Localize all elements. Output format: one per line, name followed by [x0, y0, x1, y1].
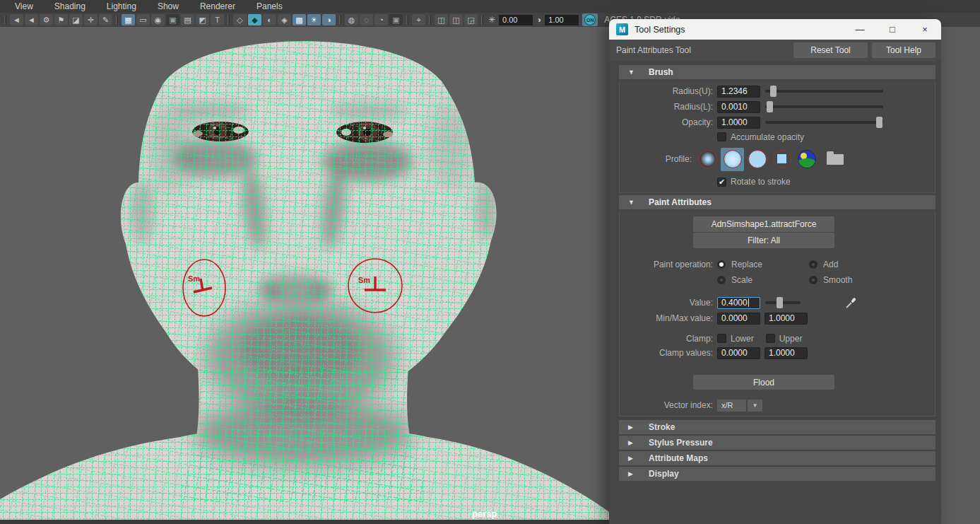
- opacity-field[interactable]: 1.0000: [717, 117, 760, 129]
- paste-icon[interactable]: ◫: [449, 14, 463, 25]
- section-header-stroke[interactable]: ▶ Stroke: [619, 420, 935, 434]
- section-header-attribute-maps[interactable]: ▶ Attribute Maps: [619, 451, 935, 465]
- paint-attribute-button[interactable]: AdnSimshape1.attractForce: [693, 216, 834, 232]
- section-header-brush[interactable]: ▼ Brush: [619, 65, 935, 79]
- camera-icon[interactable]: ◄: [10, 14, 23, 25]
- paint-attributes-section: AdnSimshape1.attractForce Filter: All Pa…: [619, 211, 935, 417]
- menu-panels[interactable]: Panels: [247, 1, 292, 13]
- lock-camera-icon[interactable]: ◄: [25, 14, 38, 25]
- grid-icon[interactable]: ▦: [122, 14, 135, 25]
- wireframe-on-shaded-icon[interactable]: ◐: [263, 14, 276, 25]
- image-plane-icon[interactable]: ◪: [69, 14, 83, 25]
- lighting-icon[interactable]: ☀: [307, 14, 321, 25]
- reset-tool-button[interactable]: Reset Tool: [793, 42, 868, 58]
- collapse-arrow-icon: ▼: [628, 199, 649, 206]
- radius-l-slider[interactable]: [765, 105, 883, 108]
- safe-title-icon[interactable]: T: [211, 14, 224, 25]
- isolate-select-icon[interactable]: ▣: [389, 14, 403, 25]
- radio-icon: [717, 276, 726, 284]
- multisample-icon[interactable]: ◔: [374, 14, 388, 25]
- radius-u-field[interactable]: 1.2346: [717, 86, 760, 98]
- clamp-max-field[interactable]: 1.0000: [764, 347, 808, 359]
- contrast-icon[interactable]: ◑: [536, 15, 541, 25]
- menu-view[interactable]: View: [6, 1, 42, 13]
- panel-menubar: View Shading Lighting Show Renderer Pane…: [0, 0, 980, 13]
- value-slider[interactable]: [765, 301, 801, 304]
- pan-zoom-icon[interactable]: ✛: [84, 14, 98, 25]
- bookmark-icon[interactable]: ⚑: [54, 14, 68, 25]
- minmax-value-row: Min/Max value: 0.0000 1.0000: [620, 310, 935, 326]
- grease-pencil-icon[interactable]: ✎: [99, 14, 112, 25]
- expand-arrow-icon: ▶: [628, 424, 649, 431]
- soft-profile-icon[interactable]: [721, 148, 744, 171]
- tool-help-button[interactable]: Tool Help: [872, 42, 935, 58]
- section-header-display[interactable]: ▶ Display: [619, 467, 935, 481]
- textured-icon[interactable]: ◈: [278, 14, 291, 25]
- exposure-field[interactable]: 0.00: [499, 15, 533, 25]
- accumulate-opacity-row: Accumulate opacity: [620, 130, 935, 144]
- max-value-field[interactable]: 1.0000: [764, 313, 808, 325]
- window-titlebar[interactable]: M Tool Settings — □ ×: [609, 19, 941, 40]
- rotate-to-stroke-checkbox[interactable]: ✔: [717, 177, 726, 187]
- background-panel-strip: [941, 21, 980, 524]
- minimize-icon[interactable]: —: [844, 19, 876, 40]
- browse-profile-folder-icon[interactable]: [827, 154, 844, 165]
- viewport-bottom-edge: [0, 520, 613, 524]
- film-gate-icon[interactable]: ▭: [136, 14, 150, 25]
- field-chart-icon[interactable]: ▤: [181, 14, 194, 25]
- section-header-stylus-pressure[interactable]: ▶ Stylus Pressure: [619, 436, 935, 450]
- wireframe-icon[interactable]: ◇: [233, 14, 247, 25]
- vector-index-dropdown[interactable]: x/R ▼: [717, 400, 762, 412]
- exposure-icon[interactable]: ✳: [488, 15, 495, 25]
- menu-show[interactable]: Show: [148, 1, 188, 13]
- close-icon[interactable]: ×: [909, 19, 941, 40]
- expand-arrow-icon: ▶: [628, 470, 649, 477]
- menu-shading[interactable]: Shading: [45, 1, 95, 13]
- perspective-viewport[interactable]: Sm Sm persp: [0, 27, 613, 520]
- tool-settings-window: M Tool Settings — □ × Paint Attributes T…: [609, 19, 941, 524]
- shaded-icon[interactable]: ◆: [248, 14, 261, 25]
- color-management-toggle[interactable]: ON: [582, 13, 598, 26]
- select-icon[interactable]: ⌖: [412, 14, 425, 25]
- eyedropper-icon[interactable]: [844, 296, 858, 310]
- expand-arrow-icon: ▶: [628, 455, 649, 462]
- resolution-gate-icon[interactable]: ◉: [151, 14, 165, 25]
- image-profile-icon[interactable]: [795, 148, 818, 171]
- section-header-paint-attributes[interactable]: ▼ Paint Attributes: [619, 195, 935, 209]
- motion-blur-icon[interactable]: ◌: [360, 14, 373, 25]
- square-profile-icon[interactable]: [770, 148, 793, 171]
- gamma-field[interactable]: 1.00: [545, 15, 579, 25]
- value-field[interactable]: 0.4000: [717, 297, 760, 309]
- radius-l-field[interactable]: 0.0010: [717, 101, 760, 113]
- menu-renderer[interactable]: Renderer: [191, 1, 244, 13]
- ambient-occlusion-icon[interactable]: ◍: [345, 14, 358, 25]
- filter-button[interactable]: Filter: All: [693, 233, 834, 248]
- shadows-icon[interactable]: ◑: [322, 14, 336, 25]
- paint-operation-smooth[interactable]: Smooth: [809, 274, 901, 286]
- clamp-min-field[interactable]: 0.0000: [717, 347, 760, 359]
- copy-icon[interactable]: ◫: [435, 14, 448, 25]
- flood-button[interactable]: Flood: [693, 375, 834, 390]
- paint-operation-add[interactable]: Add: [809, 258, 901, 271]
- min-value-field[interactable]: 0.0000: [717, 313, 760, 325]
- toolbar-separator: [228, 15, 230, 25]
- gaussian-profile-icon[interactable]: [696, 148, 719, 171]
- maximize-icon[interactable]: □: [876, 19, 909, 40]
- accumulate-opacity-checkbox[interactable]: [717, 132, 726, 141]
- paint-operation-replace[interactable]: Replace: [717, 258, 809, 271]
- toolbar-separator: [429, 15, 431, 25]
- clamp-upper-checkbox[interactable]: [766, 334, 775, 343]
- window-title: Tool Settings: [634, 25, 685, 35]
- safe-action-icon[interactable]: ◩: [196, 14, 209, 25]
- snapshot-icon[interactable]: ◲: [464, 14, 478, 25]
- opacity-slider[interactable]: [765, 121, 883, 124]
- camera-attributes-icon[interactable]: ⚙: [40, 14, 53, 25]
- viewport-canvas: Sm Sm persp: [0, 27, 613, 520]
- gate-mask-icon[interactable]: ▣: [166, 14, 179, 25]
- use-default-material-icon[interactable]: ▩: [293, 14, 306, 25]
- solid-profile-icon[interactable]: [745, 148, 769, 171]
- radius-u-slider[interactable]: [765, 90, 883, 93]
- paint-operation-scale[interactable]: Scale: [717, 274, 809, 286]
- menu-lighting[interactable]: Lighting: [98, 1, 146, 13]
- clamp-lower-checkbox[interactable]: [717, 334, 726, 343]
